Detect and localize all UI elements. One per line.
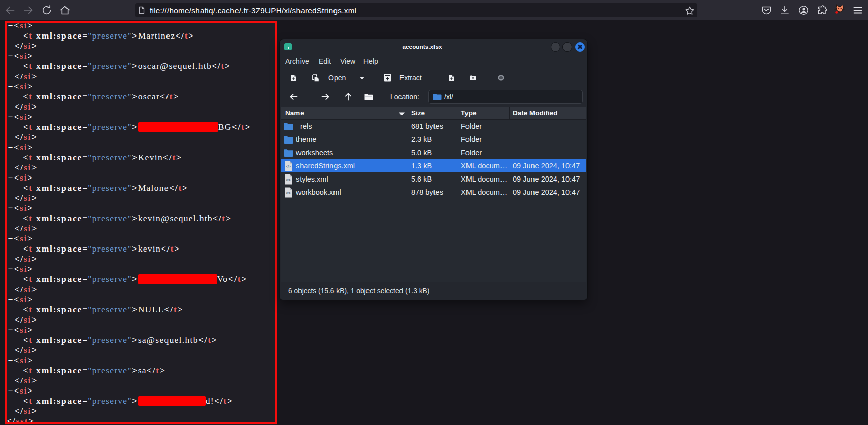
svg-text:</>: </> [286, 178, 291, 182]
svg-text:</>: </> [286, 165, 291, 168]
svg-text:</>: </> [286, 191, 291, 195]
